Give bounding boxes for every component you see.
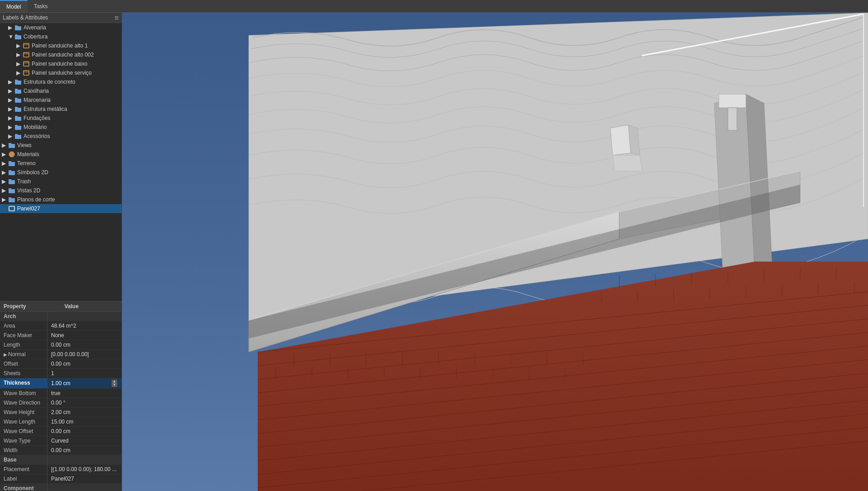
prop-name-area: Area	[0, 321, 47, 330]
tree-item-views[interactable]: ▶ Views	[0, 141, 122, 150]
tab-model[interactable]: Model	[0, 0, 28, 12]
svg-rect-11	[24, 62, 29, 66]
labels-attributes-title: Labels & Attributes	[3, 14, 114, 21]
svg-rect-39	[9, 188, 11, 190]
svg-rect-41	[9, 197, 11, 199]
tree-item-panel027[interactable]: Panel027	[0, 204, 122, 213]
prop-name-base: Base	[0, 455, 47, 464]
tree-view[interactable]: ▶ Alvenaria ▼ Cobertura ▶ Pai	[0, 23, 122, 301]
tree-item-painel1[interactable]: ▶ Painel sanduiche alto 1	[0, 41, 122, 50]
prop-row-component: Component	[0, 484, 122, 491]
viewport-scene	[122, 13, 868, 491]
prop-value-area: 48.64 m^2	[47, 321, 122, 330]
tree-label-cobertura: Cobertura	[24, 33, 47, 40]
thickness-spin-down[interactable]: ▼	[112, 383, 117, 387]
tree-label-painel4: Painel sanduiche serviço	[32, 70, 92, 76]
tree-item-vistas[interactable]: ▶ Vistas 2D	[0, 186, 122, 195]
prop-value-facemaker[interactable]: None	[47, 331, 122, 340]
tree-item-marcenaria[interactable]: ▶ Marcenaria	[0, 95, 122, 105]
tree-item-caixilharia[interactable]: ▶ Caixilharia	[0, 86, 122, 95]
svg-rect-111	[728, 108, 737, 130]
svg-rect-0	[115, 16, 118, 17]
arrow-estrutura-metal: ▶	[8, 106, 14, 112]
arrow-marcenaria: ▶	[8, 97, 14, 103]
tab-tasks[interactable]: Tasks	[28, 0, 54, 12]
tree-item-fundacoes[interactable]: ▶ Fundações	[0, 114, 122, 123]
prop-value-thickness[interactable]: 1.00 cm ▲ ▼	[47, 378, 122, 388]
prop-name-arch: Arch	[0, 312, 47, 321]
tree-item-simbolos[interactable]: ▶ Símbolos 2D	[0, 168, 122, 177]
tree-label-caixilharia: Caixilharia	[24, 88, 49, 94]
tree-item-cobertura[interactable]: ▼ Cobertura	[0, 32, 122, 41]
tree-item-alvenaria[interactable]: ▶ Alvenaria	[0, 23, 122, 32]
tree-item-estrutura[interactable]: ▶ Estrutura de concreto	[0, 77, 122, 86]
folder-icon-planos	[8, 196, 15, 203]
folder-icon-vistas	[8, 187, 15, 194]
arrow-estrutura: ▶	[8, 79, 14, 85]
tree-item-terreno[interactable]: ▶ Terreno	[0, 159, 122, 168]
folder-icon-estrutura	[14, 78, 22, 86]
svg-rect-30	[9, 143, 11, 144]
svg-rect-38	[9, 189, 15, 193]
prop-row-facemaker: Face Maker None	[0, 331, 122, 340]
svg-rect-2	[115, 19, 118, 19]
panel-resize-icon	[114, 15, 119, 20]
component-icon-painel2	[23, 51, 30, 58]
prop-value-base	[47, 455, 122, 464]
prop-row-wave-bottom: Wave Bottom true	[0, 389, 122, 398]
prop-row-area: Area 48.64 m^2	[0, 321, 122, 331]
arrow-fundacoes: ▶	[8, 115, 14, 121]
prop-col-property: Property	[0, 301, 61, 311]
svg-rect-110	[719, 94, 746, 108]
folder-icon-terreno	[8, 160, 15, 167]
prop-value-wave-length: 15.00 cm	[47, 417, 122, 426]
arrow-caixilharia: ▶	[8, 88, 14, 94]
svg-rect-33	[9, 161, 11, 162]
folder-icon-views	[8, 142, 15, 149]
prop-value-length: 0.00 cm	[47, 340, 122, 349]
prop-name-thickness: Thickness	[0, 378, 47, 388]
prop-value-component	[47, 484, 122, 491]
tree-item-mobiliario[interactable]: ▶ Mobiliário	[0, 123, 122, 132]
svg-point-31	[9, 152, 14, 157]
tree-item-trash[interactable]: ▶ Trash	[0, 177, 122, 186]
tree-item-painel2[interactable]: ▶ Painel sanduiche alto 002	[0, 50, 122, 59]
thickness-value-text: 1.00 cm	[51, 380, 112, 386]
labels-attributes-header: Labels & Attributes	[0, 13, 122, 23]
svg-rect-42	[9, 206, 14, 211]
prop-row-thickness[interactable]: Thickness 1.00 cm ▲ ▼	[0, 378, 122, 389]
viewport-3d[interactable]	[122, 13, 868, 491]
prop-value-wave-type[interactable]: Curved	[47, 436, 122, 445]
tree-item-materials[interactable]: ▶ Materials	[0, 150, 122, 159]
prop-col-value: Value	[61, 301, 122, 311]
folder-icon-cobertura	[14, 33, 22, 40]
prop-name-component: Component	[0, 484, 47, 491]
tree-label-estrutura-metal: Estrutura metálica	[24, 106, 67, 112]
main-layout: Labels & Attributes ▶ Alvenaria ▼ Cobert…	[0, 13, 868, 491]
tree-item-painel3[interactable]: ▶ Painel sanduiche baixo	[0, 59, 122, 68]
prop-name-placement: Placement	[0, 465, 47, 474]
prop-value-label: Panel027	[47, 474, 122, 483]
properties-header: Property Value	[0, 301, 122, 312]
tree-label-fundacoes: Fundações	[24, 115, 50, 121]
arrow-trash: ▶	[2, 178, 8, 185]
prop-name-wave-length: Wave Length	[0, 417, 47, 426]
thickness-spin-buttons[interactable]: ▲ ▼	[112, 380, 117, 387]
prop-name-wave-type: Wave Type	[0, 436, 47, 445]
prop-name-label: Label	[0, 474, 47, 483]
svg-rect-4	[15, 25, 18, 27]
svg-rect-6	[15, 34, 18, 36]
svg-rect-40	[9, 198, 15, 202]
svg-rect-35	[9, 170, 11, 172]
tree-item-acessorios[interactable]: ▶ Acessórios	[0, 132, 122, 141]
svg-rect-25	[15, 126, 21, 130]
tree-item-estrutura-metal[interactable]: ▶ Estrutura metálica	[0, 105, 122, 114]
tree-item-painel4[interactable]: ▶ Painel sanduiche serviço	[0, 68, 122, 77]
menu-bar: Model Tasks	[0, 0, 868, 13]
tree-item-planos[interactable]: ▶ Planos de corte	[0, 195, 122, 204]
svg-marker-49	[610, 125, 631, 155]
prop-row-base: Base	[0, 455, 122, 465]
folder-icon-estrutura-metal	[14, 105, 22, 113]
prop-value-width: 0.00 cm	[47, 446, 122, 455]
left-panel: Labels & Attributes ▶ Alvenaria ▼ Cobert…	[0, 13, 122, 491]
